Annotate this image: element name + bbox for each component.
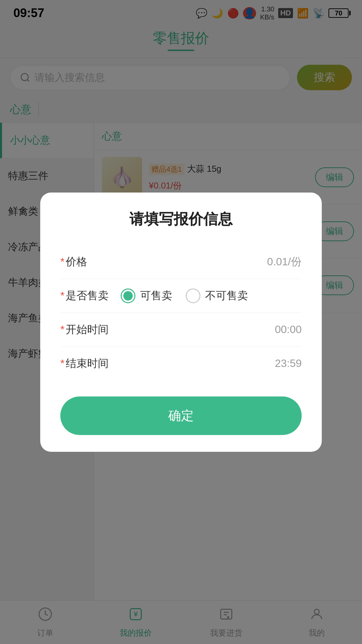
price-required-mark: * (60, 256, 64, 268)
price-value[interactable]: 0.01/份 (121, 255, 302, 269)
start-time-row: *开始时间 00:00 (60, 313, 302, 347)
start-time-value[interactable]: 00:00 (121, 323, 302, 336)
radio-sellable-circle (121, 288, 135, 303)
radio-sellable-label: 可售卖 (140, 288, 172, 303)
end-time-value[interactable]: 23:59 (121, 357, 302, 370)
radio-sellable[interactable]: 可售卖 (121, 288, 172, 303)
sale-required-mark: * (60, 289, 64, 302)
end-time-row: *结束时间 23:59 (60, 347, 302, 380)
sale-label: *是否售卖 (60, 288, 121, 303)
start-time-required-mark: * (60, 323, 64, 335)
modal-overlay[interactable]: 请填写报价信息 *价格 0.01/份 *是否售卖 可售卖 不可售卖 (0, 0, 362, 644)
price-row: *价格 0.01/份 (60, 245, 302, 279)
price-label: *价格 (60, 255, 121, 269)
radio-not-sellable[interactable]: 不可售卖 (186, 288, 248, 303)
end-time-label: *结束时间 (60, 356, 121, 371)
modal-title: 请填写报价信息 (60, 209, 302, 229)
radio-not-sellable-label: 不可售卖 (205, 288, 248, 303)
end-time-required-mark: * (60, 357, 64, 369)
radio-not-sellable-circle (186, 288, 200, 303)
sale-row: *是否售卖 可售卖 不可售卖 (60, 279, 302, 313)
confirm-button[interactable]: 确定 (60, 396, 302, 435)
start-time-label: *开始时间 (60, 322, 121, 337)
radio-group: 可售卖 不可售卖 (121, 288, 302, 303)
modal-dialog: 请填写报价信息 *价格 0.01/份 *是否售卖 可售卖 不可售卖 (40, 193, 322, 452)
